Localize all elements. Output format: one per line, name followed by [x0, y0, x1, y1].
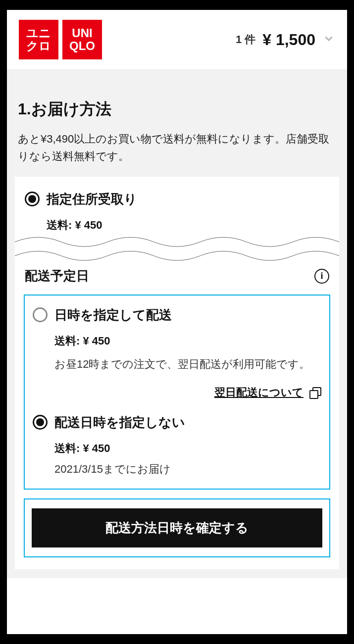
logo-jp[interactable]: ユニ クロ	[19, 20, 58, 59]
logo-jp-line2: クロ	[26, 40, 51, 52]
brand-logos: ユニ クロ UNI QLO	[19, 20, 102, 59]
page-title: 1.お届け方法	[15, 79, 339, 130]
shipping-fee: 送料: ¥ 450	[24, 213, 330, 233]
next-day-desc: お昼12時までの注文で、翌日配送が利用可能です。	[32, 348, 322, 373]
radio-selected-icon[interactable]	[33, 415, 48, 430]
logo-en-line1: UNI	[72, 27, 92, 40]
radio-unselected-icon[interactable]	[33, 307, 48, 322]
cart-item-count: 1 件	[236, 32, 255, 47]
schedule-section-header: 配送予定日 i	[24, 267, 330, 295]
logo-jp-line1: ユニ	[26, 27, 51, 40]
header: ユニ クロ UNI QLO 1 件 ¥ 1,500	[7, 10, 347, 70]
free-shipping-notice: あと¥3,490以上のお買い物で送料が無料になります。店舗受取りなら送料無料です…	[15, 130, 339, 177]
schedule-option-none[interactable]: 配送日時を指定しない	[32, 412, 322, 436]
content-truncation-indicator	[15, 233, 339, 267]
main-content: 1.お届け方法 あと¥3,490以上のお買い物で送料が無料になります。店舗受取り…	[7, 70, 347, 578]
cart-total-price: ¥ 1,500	[262, 31, 315, 49]
schedule-options-highlight: 日時を指定して配送 送料: ¥ 450 お昼12時までの注文で、翌日配送が利用可…	[24, 295, 330, 489]
delivery-option-address[interactable]: 指定住所受取り	[24, 189, 330, 213]
delivery-card: 指定住所受取り 送料: ¥ 450 配送予定日 i 日時を指定して配送 送料: …	[15, 177, 339, 569]
estimated-delivery-date: 2021/3/15までにお届け	[32, 456, 322, 480]
logo-en[interactable]: UNI QLO	[62, 20, 102, 59]
option-title: 配送日時を指定しない	[54, 414, 185, 431]
confirm-delivery-button[interactable]: 配送方法日時を確定する	[32, 508, 322, 547]
schedule-option-datetime[interactable]: 日時を指定して配送	[32, 304, 322, 329]
shipping-fee: 送料: ¥ 450	[32, 329, 322, 348]
radio-selected-icon[interactable]	[25, 192, 40, 206]
logo-en-line2: QLO	[69, 40, 95, 52]
next-day-link-row: 翌日配送について	[32, 373, 322, 412]
schedule-title: 配送予定日	[25, 267, 89, 285]
chevron-down-icon	[322, 32, 335, 47]
info-icon[interactable]: i	[314, 269, 329, 284]
confirm-button-highlight: 配送方法日時を確定する	[24, 498, 330, 557]
next-day-link[interactable]: 翌日配送について	[214, 385, 303, 400]
option-title: 日時を指定して配送	[54, 306, 172, 324]
cart-summary-toggle[interactable]: 1 件 ¥ 1,500	[236, 31, 335, 49]
shipping-fee: 送料: ¥ 450	[32, 436, 322, 456]
option-title: 指定住所受取り	[47, 191, 137, 208]
external-link-icon	[309, 387, 320, 398]
